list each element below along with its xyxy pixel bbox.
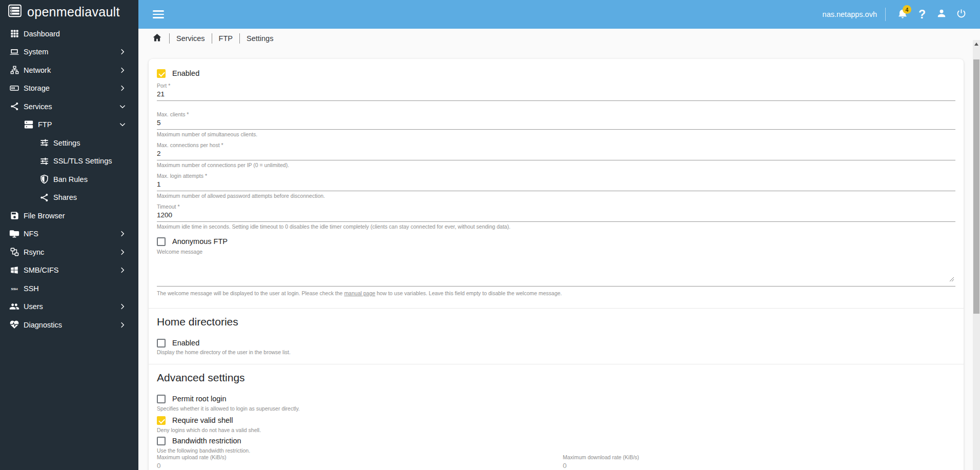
chevron-right-icon <box>119 230 126 237</box>
sidebar-item-dashboard[interactable]: Dashboard <box>0 25 138 43</box>
topbar-divider <box>885 8 886 21</box>
manual-page-link[interactable]: manual page <box>344 290 375 296</box>
app-logo[interactable]: openmediavault <box>0 0 138 24</box>
breadcrumb-item-ftp[interactable]: FTP <box>219 34 233 43</box>
timeout-input[interactable] <box>157 210 955 222</box>
sidebar-item-ban-rules[interactable]: Ban Rules <box>0 170 138 189</box>
sidebar-item-ssh[interactable]: SSH SSH <box>0 279 138 298</box>
storage-icon <box>9 83 19 93</box>
checkbox-icon <box>157 395 166 403</box>
hostname-label: nas.netapps.ovh <box>823 10 877 18</box>
resize-handle-icon[interactable] <box>949 275 954 284</box>
sidebar-item-label: System <box>24 48 48 56</box>
windows-icon <box>9 265 19 275</box>
sidebar-item-label: FTP <box>38 120 52 129</box>
power-button[interactable] <box>951 5 971 24</box>
chevron-right-icon <box>119 48 126 55</box>
sidebar-item-ftp[interactable]: FTP <box>0 116 138 134</box>
enabled-checkbox[interactable]: Enabled <box>157 68 955 78</box>
welcome-message-textarea[interactable] <box>157 255 955 287</box>
max-connections-label: Max. connections per host * <box>157 142 955 148</box>
scroll-up-arrow-icon[interactable] <box>974 43 978 46</box>
sidebar-item-label: Shares <box>53 193 77 201</box>
sidebar-item-network[interactable]: Network <box>0 61 138 79</box>
home-directories-heading: Home directories <box>157 315 955 329</box>
folder-network-icon <box>9 229 19 239</box>
sidebar-item-label: File Browser <box>24 212 65 220</box>
power-icon <box>956 8 967 21</box>
sidebar-item-system[interactable]: System <box>0 43 138 62</box>
brand-name: openmediavault <box>27 5 120 19</box>
sidebar-item-nfs[interactable]: NFS <box>0 225 138 243</box>
checkbox-icon <box>157 437 166 445</box>
lan-icon <box>9 65 19 75</box>
sidebar-item-label: SMB/CIFS <box>24 266 58 274</box>
sidebar-item-smb-cifs[interactable]: SMB/CIFS <box>0 261 138 280</box>
sidebar-item-label: Users <box>24 302 43 311</box>
sidebar-item-ftp-settings[interactable]: Settings <box>0 134 138 152</box>
sync-nodes-icon <box>9 247 19 257</box>
max-clients-input[interactable] <box>157 117 955 130</box>
bandwidth-restriction-checkbox[interactable]: Bandwidth restriction <box>157 436 955 446</box>
save-icon <box>9 211 19 221</box>
sidebar-item-diagnostics[interactable]: Diagnostics <box>0 316 138 334</box>
port-input[interactable] <box>157 89 955 101</box>
require-valid-shell-checkbox[interactable]: Require valid shell <box>157 415 955 425</box>
timeout-label: Timeout * <box>157 203 955 210</box>
max-clients-field: Max. clients * Maximum number of simulta… <box>157 111 955 138</box>
sidebar-item-label: Dashboard <box>24 30 60 38</box>
home-directories-enabled-checkbox[interactable]: Enabled <box>157 338 955 348</box>
sidebar-item-label: SSL/TLS Settings <box>53 157 112 165</box>
timeout-field: Timeout * Maximum idle time in seconds. … <box>157 203 955 230</box>
sidebar-item-rsync[interactable]: Rsync <box>0 243 138 261</box>
breadcrumb-item-services[interactable]: Services <box>176 34 205 43</box>
help-button[interactable]: ? <box>912 5 932 24</box>
user-menu-button[interactable] <box>932 5 951 24</box>
sidebar-item-storage[interactable]: Storage <box>0 79 138 98</box>
permit-root-login-checkbox[interactable]: Permit root login <box>157 394 955 404</box>
breadcrumb-separator <box>169 33 170 44</box>
max-download-rate-input[interactable] <box>563 460 955 470</box>
shield-icon <box>39 174 49 185</box>
max-connections-input[interactable] <box>157 148 955 160</box>
server-icon <box>24 119 34 130</box>
chevron-down-icon <box>119 121 126 128</box>
section-divider <box>149 308 964 309</box>
welcome-message-field: Welcome message The welcome message will… <box>157 249 955 297</box>
notifications-button[interactable]: 4 <box>893 5 912 24</box>
max-login-attempts-input[interactable] <box>157 179 955 191</box>
sidebar-item-label: Settings <box>53 139 80 147</box>
welcome-message-label: Welcome message <box>157 249 955 255</box>
breadcrumb-item-settings[interactable]: Settings <box>247 34 273 43</box>
home-icon[interactable] <box>152 32 162 45</box>
sidebar-item-label: Rsync <box>24 248 44 256</box>
chevron-down-icon <box>119 103 126 110</box>
sidebar-item-users[interactable]: Users <box>0 298 138 316</box>
sidebar-item-label: Ban Rules <box>53 175 88 183</box>
section-divider <box>149 364 964 364</box>
openmediavault-logo-icon <box>7 3 23 21</box>
content-area: Enabled Port * Max. clients * Maximum nu… <box>138 48 980 470</box>
dashboard-grid-icon <box>9 29 19 39</box>
sidebar-item-label: Diagnostics <box>24 321 62 329</box>
scrollbar-thumb[interactable] <box>973 59 979 314</box>
sidebar-item-shares[interactable]: Shares <box>0 189 138 207</box>
checkbox-icon <box>157 237 166 246</box>
share-icon <box>39 192 49 202</box>
menu-toggle-button[interactable] <box>153 10 164 18</box>
sidebar-item-ssl-tls-settings[interactable]: SSL/TLS Settings <box>0 152 138 171</box>
anonymous-ftp-checkbox[interactable]: Anonymous FTP <box>157 236 955 247</box>
laptop-icon <box>9 47 19 57</box>
bandwidth-restriction-hint: Use the following bandwidth restriction. <box>157 447 955 454</box>
ssh-text-icon: SSH <box>9 283 19 294</box>
notification-badge: 4 <box>903 5 911 14</box>
sidebar-item-label: SSH <box>24 284 39 293</box>
sidebar: openmediavault Dashboard System Network … <box>0 0 138 470</box>
breadcrumb: Services FTP Settings <box>138 29 980 48</box>
vertical-scrollbar[interactable] <box>973 40 980 470</box>
sidebar-item-services[interactable]: Services <box>0 97 138 116</box>
max-upload-rate-input[interactable] <box>157 460 549 470</box>
sidebar-item-file-browser[interactable]: File Browser <box>0 207 138 225</box>
checkbox-icon <box>157 416 166 425</box>
sidebar-item-label: NFS <box>24 230 38 238</box>
